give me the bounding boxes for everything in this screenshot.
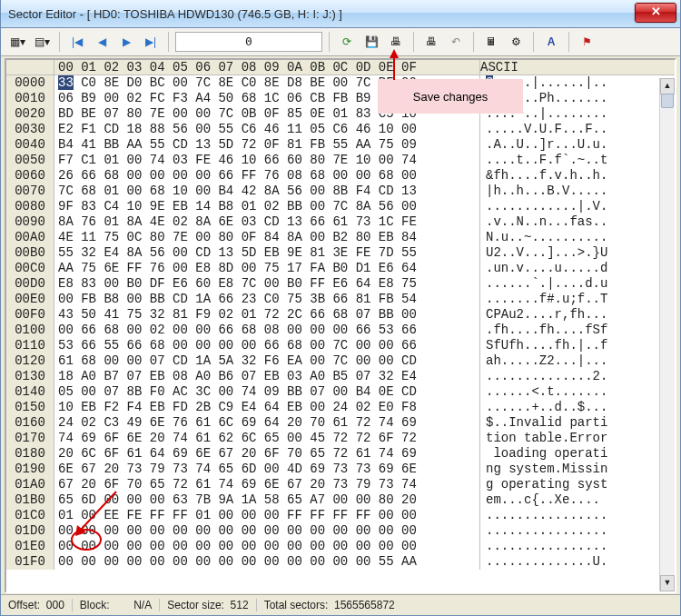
- row-hex-bytes[interactable]: 6E 67 20 73 79 73 74 65 6D 00 4D 69 73 7…: [54, 462, 479, 477]
- hex-row[interactable]: 012061 68 00 00 07 CD 1A 5A 32 F6 EA 00 …: [6, 353, 675, 369]
- row-address: 0060: [6, 168, 54, 184]
- scroll-down-button[interactable]: ▼: [660, 575, 675, 591]
- row-hex-bytes[interactable]: 10 EB F2 F4 EB FD 2B C9 E4 64 EB 00 24 0…: [54, 400, 479, 415]
- nav-last-button[interactable]: ▶|: [140, 31, 162, 53]
- nav-first-button[interactable]: |◀: [66, 31, 88, 53]
- hex-row[interactable]: 014005 00 07 8B F0 AC 3C 00 74 09 BB 07 …: [6, 384, 675, 400]
- hex-row[interactable]: 01B065 6D 00 00 00 63 7B 9A 1A 58 65 A7 …: [6, 492, 675, 508]
- row-address: 0180: [6, 446, 54, 462]
- scrollbar-thumb[interactable]: [661, 94, 674, 108]
- hex-row[interactable]: 00908A 76 01 8A 4E 02 8A 6E 03 CD 13 66 …: [6, 214, 675, 230]
- offset-input[interactable]: 0: [175, 32, 322, 52]
- row-hex-bytes[interactable]: 67 20 6F 70 65 72 61 74 69 6E 67 20 73 7…: [54, 477, 479, 492]
- hex-row[interactable]: 011053 66 55 66 68 00 00 00 00 66 68 00 …: [6, 338, 675, 353]
- row-hex-bytes[interactable]: 26 66 68 00 00 00 00 66 FF 76 08 68 00 0…: [54, 168, 479, 184]
- print-button[interactable]: 🖶: [385, 31, 407, 53]
- row-ascii: U2..V...]...>.}U: [479, 245, 607, 261]
- row-hex-bytes[interactable]: 00 00 00 00 00 00 00 00 00 00 00 00 00 0…: [54, 554, 479, 570]
- hex-row[interactable]: 001006 B9 00 02 FC F3 A4 50 68 1C 06 CB …: [6, 91, 675, 106]
- hex-row[interactable]: 01D000 00 00 00 00 00 00 00 00 00 00 00 …: [6, 523, 675, 539]
- row-hex-bytes[interactable]: 9F 83 C4 10 9E EB 14 B8 01 02 BB 00 7C 8…: [54, 199, 479, 214]
- hex-column-header: 00 01 02 03 04 05 06 07 08 09 0A 0B 0C 0…: [6, 60, 675, 75]
- hex-row[interactable]: 01E000 00 00 00 00 00 00 00 00 00 00 00 …: [6, 539, 675, 554]
- hex-row[interactable]: 0050F7 C1 01 00 74 03 FE 46 10 66 60 80 …: [6, 153, 675, 168]
- hex-row[interactable]: 01906E 67 20 73 79 73 74 65 6D 00 4D 69 …: [6, 462, 675, 477]
- row-address: 0030: [6, 122, 54, 137]
- hex-row[interactable]: 00D0E8 83 00 B0 DF E6 60 E8 7C 00 B0 FF …: [6, 276, 675, 292]
- row-ascii: ......+..d..$...: [479, 400, 607, 415]
- vertical-scrollbar[interactable]: ▲ ▼: [659, 78, 675, 591]
- row-hex-bytes[interactable]: 61 68 00 00 07 CD 1A 5A 32 F6 EA 00 7C 0…: [54, 353, 479, 369]
- hex-row[interactable]: 010000 66 68 00 02 00 00 66 68 08 00 00 …: [6, 323, 675, 338]
- save-button[interactable]: 💾: [360, 31, 382, 53]
- row-hex-bytes[interactable]: 20 6C 6F 61 64 69 6E 67 20 6F 70 65 72 6…: [54, 446, 479, 462]
- hex-row[interactable]: 00707C 68 01 00 68 10 00 B4 42 8A 56 00 …: [6, 184, 675, 199]
- hex-row[interactable]: 006026 66 68 00 00 00 00 66 FF 76 08 68 …: [6, 168, 675, 184]
- row-hex-bytes[interactable]: 18 A0 B7 07 EB 08 A0 B6 07 EB 03 A0 B5 0…: [54, 369, 479, 384]
- hex-row[interactable]: 00E000 FB B8 00 BB CD 1A 66 23 C0 75 3B …: [6, 292, 675, 307]
- view-dropdown-2[interactable]: ▤▾: [31, 31, 53, 53]
- row-address: 00B0: [6, 245, 54, 261]
- row-address: 01B0: [6, 492, 54, 508]
- nav-next-button[interactable]: ▶: [115, 31, 137, 53]
- hex-row[interactable]: 015010 EB F2 F4 EB FD 2B C9 E4 64 EB 00 …: [6, 400, 675, 415]
- row-hex-bytes[interactable]: 43 50 41 75 32 81 F9 02 01 72 2C 66 68 0…: [54, 307, 479, 323]
- byte-columns-header: 00 01 02 03 04 05 06 07 08 09 0A 0B 0C 0…: [54, 60, 479, 75]
- row-hex-bytes[interactable]: 24 02 C3 49 6E 76 61 6C 69 64 20 70 61 7…: [54, 415, 479, 431]
- refresh-button[interactable]: ⟳: [336, 31, 358, 53]
- row-ascii: em...c{..Xe....: [479, 492, 607, 508]
- row-hex-bytes[interactable]: 4E 11 75 0C 80 7E 00 80 0F 84 8A 00 B2 8…: [54, 230, 479, 245]
- hex-row[interactable]: 00C0AA 75 6E FF 76 00 E8 8D 00 75 17 FA …: [6, 261, 675, 276]
- row-hex-bytes[interactable]: 65 6D 00 00 00 63 7B 9A 1A 58 65 A7 00 0…: [54, 492, 479, 508]
- hex-row[interactable]: 000033 C0 8E D0 BC 00 7C 8E C0 8E D8 BE …: [6, 75, 675, 91]
- toolbar-separator: [168, 32, 169, 52]
- row-hex-bytes[interactable]: 7C 68 01 00 68 10 00 B4 42 8A 56 00 8B F…: [54, 184, 479, 199]
- row-hex-bytes[interactable]: E2 F1 CD 18 88 56 00 55 C6 46 11 05 C6 4…: [54, 122, 479, 137]
- row-hex-bytes[interactable]: F7 C1 01 00 74 03 FE 46 10 66 60 80 7E 1…: [54, 153, 479, 168]
- row-hex-bytes[interactable]: 00 66 68 00 02 00 00 66 68 08 00 00 00 6…: [54, 323, 479, 338]
- hex-row[interactable]: 016024 02 C3 49 6E 76 61 6C 69 64 20 70 …: [6, 415, 675, 431]
- row-address: 01A0: [6, 477, 54, 492]
- row-hex-bytes[interactable]: 00 00 00 00 00 00 00 00 00 00 00 00 00 0…: [54, 523, 479, 539]
- hex-row[interactable]: 00809F 83 C4 10 9E EB 14 B8 01 02 BB 00 …: [6, 199, 675, 214]
- scroll-up-button[interactable]: ▲: [660, 78, 675, 94]
- row-hex-bytes[interactable]: 53 66 55 66 68 00 00 00 00 66 68 00 7C 0…: [54, 338, 479, 353]
- row-hex-bytes[interactable]: 8A 76 01 8A 4E 02 8A 6E 03 CD 13 66 61 7…: [54, 214, 479, 230]
- row-hex-bytes[interactable]: 74 69 6F 6E 20 74 61 62 6C 65 00 45 72 7…: [54, 431, 479, 446]
- hex-row[interactable]: 017074 69 6F 6E 20 74 61 62 6C 65 00 45 …: [6, 431, 675, 446]
- hex-body[interactable]: 000033 C0 8E D0 BC 00 7C 8E C0 8E D8 BE …: [6, 75, 675, 589]
- row-hex-bytes[interactable]: 00 00 00 00 00 00 00 00 00 00 00 00 00 0…: [54, 539, 479, 554]
- title-bar: Sector Editor - [ HD0: TOSHIBA HDWD130 (…: [1, 0, 680, 28]
- row-ascii: ......`.|....d.u: [479, 276, 607, 292]
- print-preview-button[interactable]: 🖶: [420, 31, 442, 53]
- row-hex-bytes[interactable]: E8 83 00 B0 DF E6 60 E8 7C 00 B0 FF E6 6…: [54, 276, 479, 292]
- hex-row[interactable]: 0020BD BE 07 80 7E 00 00 7C 0B 0F 85 0E …: [6, 106, 675, 122]
- font-button[interactable]: A: [540, 31, 562, 53]
- row-ascii: &fh....f.v.h..h.: [479, 168, 607, 184]
- calculator-button[interactable]: 🖩: [480, 31, 502, 53]
- row-hex-bytes[interactable]: AA 75 6E FF 76 00 E8 8D 00 75 17 FA B0 D…: [54, 261, 479, 276]
- row-hex-bytes[interactable]: 55 32 E4 8A 56 00 CD 13 5D EB 9E 81 3E F…: [54, 245, 479, 261]
- nav-prev-button[interactable]: ◀: [91, 31, 113, 53]
- hex-row[interactable]: 0040B4 41 BB AA 55 CD 13 5D 72 0F 81 FB …: [6, 137, 675, 153]
- undo-button[interactable]: ↶: [445, 31, 467, 53]
- toolbar-separator: [413, 32, 414, 52]
- hex-row[interactable]: 01A067 20 6F 70 65 72 61 74 69 6E 67 20 …: [6, 477, 675, 492]
- view-dropdown-1[interactable]: ▦▾: [6, 31, 28, 53]
- window-close-button[interactable]: ✕: [635, 3, 676, 23]
- hex-row[interactable]: 00F043 50 41 75 32 81 F9 02 01 72 2C 66 …: [6, 307, 675, 323]
- row-hex-bytes[interactable]: 05 00 07 8B F0 AC 3C 00 74 09 BB 07 00 B…: [54, 384, 479, 400]
- tool-button[interactable]: ⚙: [505, 31, 527, 53]
- bookmark-button[interactable]: ⚑: [576, 31, 597, 53]
- hex-row[interactable]: 00A04E 11 75 0C 80 7E 00 80 0F 84 8A 00 …: [6, 230, 675, 245]
- row-hex-bytes[interactable]: 01 00 EE FE FF FF 01 00 00 00 FF FF FF F…: [54, 508, 479, 523]
- row-hex-bytes[interactable]: B4 41 BB AA 55 CD 13 5D 72 0F 81 FB 55 A…: [54, 137, 479, 153]
- hex-row[interactable]: 018020 6C 6F 61 64 69 6E 67 20 6F 70 65 …: [6, 446, 675, 462]
- row-hex-bytes[interactable]: 00 FB B8 00 BB CD 1A 66 23 C0 75 3B 66 8…: [54, 292, 479, 307]
- row-ascii: $..Invalid parti: [479, 415, 607, 431]
- hex-row[interactable]: 00B055 32 E4 8A 56 00 CD 13 5D EB 9E 81 …: [6, 245, 675, 261]
- hex-row[interactable]: 01F000 00 00 00 00 00 00 00 00 00 00 00 …: [6, 554, 675, 570]
- hex-row[interactable]: 013018 A0 B7 07 EB 08 A0 B6 07 EB 03 A0 …: [6, 369, 675, 384]
- hex-row[interactable]: 01C001 00 EE FE FF FF 01 00 00 00 FF FF …: [6, 508, 675, 523]
- hex-row[interactable]: 0030E2 F1 CD 18 88 56 00 55 C6 46 11 05 …: [6, 122, 675, 137]
